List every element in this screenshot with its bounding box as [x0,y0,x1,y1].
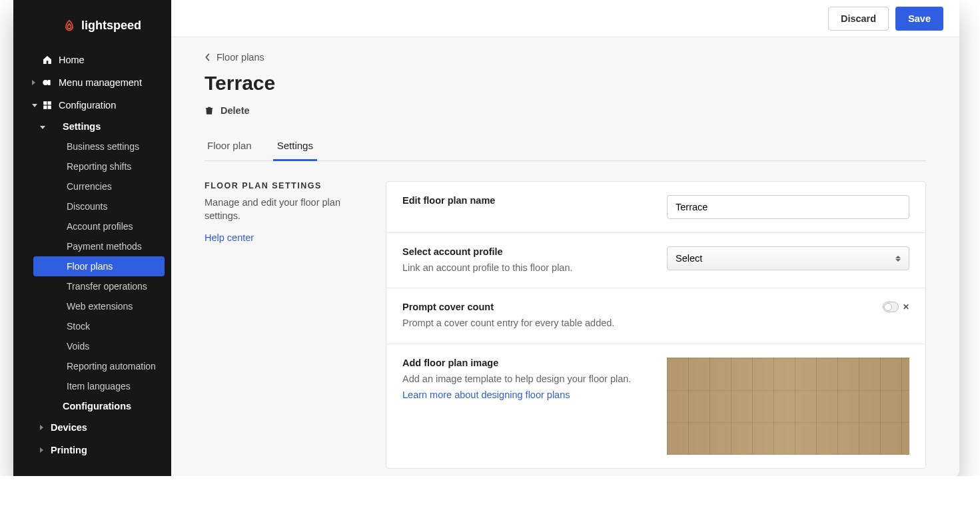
learn-more-link[interactable]: Learn more about designing floor plans [402,389,651,400]
svg-rect-3 [48,101,51,105]
trash-icon [205,105,214,116]
sidebar: lightspeed Home Menu management Configur… [13,0,171,476]
save-button[interactable]: Save [895,7,943,31]
chevron-right-icon [40,447,43,453]
menu-icon [41,77,53,88]
discard-button[interactable]: Discard [828,7,889,31]
section-info: FLOOR PLAN SETTINGS Manage and edit your… [205,181,371,469]
cover-desc: Prompt a cover count entry for every tab… [402,316,651,330]
image-desc: Add an image template to help design you… [402,372,651,386]
brand-logo: lightspeed [13,0,171,49]
nav-menu-management[interactable]: Menu management [13,71,171,94]
svg-rect-2 [43,101,47,105]
chevron-down-icon [40,126,45,129]
main: Discard Save Floor plans Terrace Delete … [171,0,959,476]
nav-discounts[interactable]: Discounts [13,196,171,216]
cover-label: Prompt cover count [402,302,651,312]
nav-configuration[interactable]: Configuration [13,94,171,117]
tab-floor-plan[interactable]: Floor plan [205,133,254,160]
account-profile-select[interactable]: Select [667,246,909,270]
floor-plan-image-preview[interactable] [667,358,909,455]
profile-label: Select account profile [402,246,651,257]
help-center-link[interactable]: Help center [205,232,371,243]
row-profile: Select account profile Link an account p… [386,233,925,288]
nav-settings[interactable]: Settings [13,117,171,136]
nav-printing[interactable]: Printing [13,439,171,461]
nav-stock[interactable]: Stock [13,316,171,336]
nav-payment-methods[interactable]: Payment methods [13,236,171,256]
cover-count-toggle[interactable] [883,302,899,312]
home-icon [41,55,53,65]
close-icon: ✕ [903,302,909,312]
section-title: FLOOR PLAN SETTINGS [205,181,371,190]
svg-rect-5 [48,106,51,109]
floor-plan-name-input[interactable] [667,195,909,219]
breadcrumb[interactable]: Floor plans [205,52,926,63]
brand-name: lightspeed [81,19,141,33]
nav-transfer-operations[interactable]: Transfer operations [13,276,171,296]
nav-devices[interactable]: Devices [13,416,171,439]
image-label: Add floor plan image [402,358,651,368]
content: Floor plans Terrace Delete Floor plan Se… [171,37,959,476]
svg-rect-1 [48,80,51,85]
nav-configurations[interactable]: Configurations [13,396,171,416]
nav-account-profiles[interactable]: Account profiles [13,216,171,236]
nav-reporting-automation[interactable]: Reporting automation [13,356,171,376]
nav-reporting-shifts[interactable]: Reporting shifts [13,156,171,176]
nav-item-languages[interactable]: Item languages [13,376,171,396]
chevron-down-icon [32,104,37,107]
svg-rect-4 [43,106,47,109]
chevron-left-icon [205,53,211,62]
flame-icon [63,19,76,33]
section-desc: Manage and edit your floor plan settings… [205,196,371,223]
row-name: Edit floor plan name [386,182,925,233]
nav-business-settings[interactable]: Business settings [13,136,171,156]
nav-currencies[interactable]: Currencies [13,176,171,196]
svg-point-0 [43,80,48,85]
configuration-icon [41,101,53,110]
nav-home[interactable]: Home [13,49,171,71]
tab-settings[interactable]: Settings [274,133,316,160]
nav-floor-plans[interactable]: Floor plans [33,256,165,276]
nav-web-extensions[interactable]: Web extensions [13,296,171,316]
page-title: Terrace [205,72,926,95]
row-cover: Prompt cover count Prompt a cover count … [386,288,925,344]
profile-desc: Link an account profile to this floor pl… [402,261,651,274]
chevron-right-icon [32,80,35,85]
nav-voids[interactable]: Voids [13,336,171,356]
topbar: Discard Save [171,0,959,37]
chevron-right-icon [40,425,43,430]
settings-card: Edit floor plan name Select account prof… [386,181,926,469]
select-arrows-icon [895,256,901,262]
tabs: Floor plan Settings [205,133,926,161]
delete-button[interactable]: Delete [205,105,926,116]
row-image: Add floor plan image Add an image templa… [386,344,925,468]
name-label: Edit floor plan name [402,195,651,206]
